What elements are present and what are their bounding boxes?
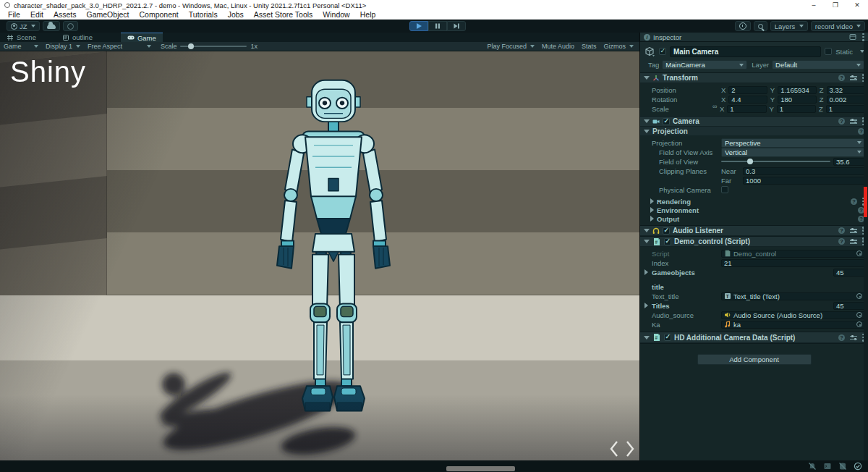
hd-camera-enabled-checkbox[interactable] bbox=[664, 334, 671, 341]
gameobjects-row[interactable]: Gameobjects 45 bbox=[643, 268, 865, 277]
menu-jobs[interactable]: Jobs bbox=[223, 10, 249, 20]
scale-y-field[interactable]: 1 bbox=[777, 105, 816, 113]
titles-count-field[interactable]: 45 bbox=[833, 302, 865, 310]
fov-slider[interactable] bbox=[721, 161, 830, 162]
presets-icon[interactable] bbox=[850, 75, 857, 81]
cache-server-disabled-icon[interactable] bbox=[838, 462, 847, 471]
hd-camera-data-header[interactable]: # HD Additional Camera Data (Script) ? bbox=[640, 332, 868, 343]
account-dropdown[interactable]: JZ bbox=[7, 21, 40, 31]
projection-dropdown[interactable]: Perspective bbox=[721, 138, 865, 148]
static-checkbox[interactable] bbox=[825, 48, 832, 55]
environment-section[interactable]: Environment ? bbox=[640, 206, 868, 214]
gameobject-cube-icon[interactable] bbox=[644, 46, 655, 57]
object-picker-icon[interactable] bbox=[856, 293, 862, 299]
foldout-open-icon[interactable] bbox=[644, 240, 650, 243]
notifications-muted-icon[interactable] bbox=[808, 462, 817, 471]
menu-edit[interactable]: Edit bbox=[25, 10, 48, 20]
transform-header[interactable]: Transform ? bbox=[640, 73, 868, 83]
add-component-button[interactable]: Add Component bbox=[697, 354, 812, 365]
game-viewport[interactable]: Shiny bbox=[0, 51, 639, 460]
menu-gameobject[interactable]: GameObject bbox=[82, 10, 135, 20]
aspect-dropdown[interactable]: Free Aspect bbox=[84, 42, 155, 51]
position-x-field[interactable]: 2 bbox=[728, 86, 767, 94]
record-video-dropdown[interactable]: record video bbox=[811, 21, 865, 31]
play-focused-dropdown[interactable]: Play Focused bbox=[483, 42, 538, 51]
object-picker-icon[interactable] bbox=[856, 321, 862, 327]
demo-control-header[interactable]: # Demo_control (Script) ? bbox=[640, 237, 868, 247]
demo-control-enabled-checkbox[interactable] bbox=[664, 238, 671, 245]
audio-listener-enabled-checkbox[interactable] bbox=[663, 227, 670, 235]
object-picker-icon[interactable] bbox=[856, 312, 862, 318]
check-circle-icon[interactable] bbox=[854, 462, 862, 471]
horizontal-scrollbar-handle[interactable] bbox=[446, 466, 515, 471]
gameobjects-count-field[interactable]: 45 bbox=[833, 269, 865, 277]
presets-icon[interactable] bbox=[850, 118, 857, 125]
presets-icon[interactable] bbox=[850, 334, 857, 341]
audio-listener-header[interactable]: Audio Listener ? bbox=[640, 226, 868, 236]
scale-z-field[interactable]: 1 bbox=[826, 105, 865, 113]
history-button[interactable] bbox=[735, 21, 751, 31]
console-status-icon[interactable] bbox=[823, 462, 832, 471]
menu-assets[interactable]: Assets bbox=[48, 10, 82, 20]
cloud-button[interactable] bbox=[43, 21, 60, 31]
gizmos-dropdown[interactable]: Gizmos bbox=[600, 42, 637, 51]
tab-outline[interactable]: outline bbox=[56, 33, 99, 42]
presets-icon[interactable] bbox=[850, 227, 857, 234]
menu-help[interactable]: Help bbox=[355, 10, 381, 20]
position-y-field[interactable]: 1.165934 bbox=[778, 86, 817, 94]
minimize-button[interactable]: – bbox=[803, 0, 825, 10]
help-icon[interactable]: ? bbox=[838, 118, 845, 125]
display-mode-dropdown[interactable]: Game bbox=[0, 42, 42, 51]
scale-slider[interactable] bbox=[180, 46, 247, 47]
help-icon[interactable]: ? bbox=[838, 334, 845, 341]
pause-button[interactable] bbox=[428, 21, 447, 31]
tab-game[interactable]: Game bbox=[121, 33, 163, 42]
foldout-open-icon[interactable] bbox=[644, 119, 650, 123]
scale-slider-thumb[interactable] bbox=[188, 43, 194, 49]
physical-camera-checkbox[interactable] bbox=[721, 186, 728, 193]
menu-component[interactable]: Component bbox=[134, 10, 183, 20]
camera-header[interactable]: Camera ? bbox=[640, 117, 868, 127]
camera-enabled-checkbox[interactable] bbox=[663, 118, 670, 125]
step-button[interactable] bbox=[447, 21, 466, 31]
near-field[interactable]: 0.3 bbox=[743, 167, 865, 175]
rendering-section[interactable]: Rendering ? bbox=[640, 197, 868, 206]
layers-dropdown[interactable]: Layers bbox=[770, 21, 808, 31]
close-button[interactable]: ✕ bbox=[846, 0, 868, 10]
far-field[interactable]: 1000 bbox=[743, 177, 865, 185]
services-button[interactable] bbox=[63, 21, 78, 31]
projection-group[interactable]: Projection ? bbox=[640, 127, 868, 136]
gameobject-name-field[interactable]: Main Camera bbox=[670, 46, 821, 57]
tab-scene[interactable]: Scene bbox=[0, 33, 43, 42]
help-icon[interactable]: ? bbox=[838, 75, 845, 81]
help-icon[interactable]: ? bbox=[838, 227, 845, 234]
active-checkbox[interactable] bbox=[659, 48, 666, 55]
help-icon[interactable]: ? bbox=[838, 238, 845, 245]
fov-slider-thumb[interactable] bbox=[747, 159, 753, 164]
audio-source-field[interactable]: Audio Source (Audio Source) bbox=[721, 311, 865, 319]
menu-window[interactable]: Window bbox=[318, 10, 354, 20]
object-picker-icon[interactable] bbox=[856, 250, 862, 256]
help-icon[interactable]: ? bbox=[851, 198, 857, 205]
rotation-z-field[interactable]: 0.002 bbox=[827, 96, 866, 104]
display-target-dropdown[interactable]: Display 1 bbox=[42, 42, 84, 51]
fov-value-field[interactable]: 35.6 bbox=[833, 158, 865, 166]
search-button[interactable] bbox=[754, 21, 767, 31]
constrain-proportions-icon[interactable] bbox=[712, 106, 718, 111]
tag-dropdown[interactable]: MainCamera bbox=[662, 60, 747, 69]
layer-dropdown[interactable]: Default bbox=[772, 60, 864, 69]
text-title-field[interactable]: T Text_title (Text) bbox=[721, 292, 865, 300]
next-character-arrow[interactable] bbox=[624, 439, 637, 458]
position-z-field[interactable]: 3.32 bbox=[827, 86, 866, 94]
inspector-menu-icon[interactable] bbox=[862, 33, 864, 41]
mute-audio-toggle[interactable]: Mute Audio bbox=[538, 42, 578, 51]
scale-x-field[interactable]: 1 bbox=[727, 105, 766, 113]
foldout-open-icon[interactable] bbox=[644, 76, 650, 80]
ka-field[interactable]: ka bbox=[721, 321, 865, 329]
foldout-open-icon[interactable] bbox=[644, 336, 650, 340]
rotation-y-field[interactable]: 180 bbox=[778, 96, 817, 104]
stats-toggle[interactable]: Stats bbox=[578, 42, 600, 51]
menu-file[interactable]: File bbox=[3, 10, 25, 20]
foldout-open-icon[interactable] bbox=[644, 229, 650, 232]
prev-character-arrow[interactable] bbox=[608, 439, 621, 458]
